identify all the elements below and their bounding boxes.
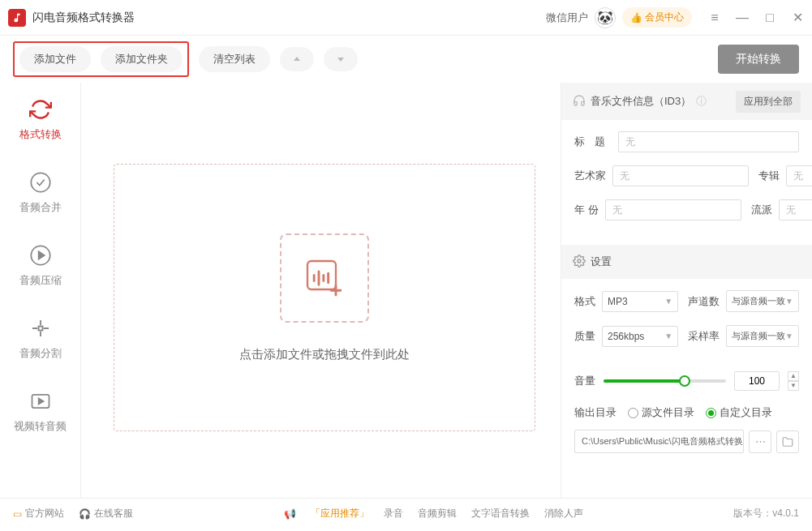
user-area: 微信用户 🐼 👍 会员中心 [546,7,692,28]
settings-header: 设置 [561,245,812,279]
album-label: 专辑 [758,169,780,183]
chevron-down-icon: ▼ [785,332,793,340]
sidebar-item-format-convert[interactable]: 格式转换 [0,83,80,156]
video-icon [28,388,54,414]
step-up-icon[interactable]: ▲ [788,371,799,381]
volume-stepper[interactable]: ▲▼ [788,371,799,391]
version-label: 版本号：v4.0.1 [733,507,799,520]
headphones-icon [573,94,586,109]
album-field[interactable] [786,165,812,186]
chevron-down-icon: ▼ [664,297,672,306]
volume-row: 音量 ▲▼ [561,371,812,391]
chevron-down-icon: ▼ [664,332,672,340]
samplerate-label: 采样率 [688,329,720,344]
sidebar-item-audio-split[interactable]: 音频分割 [0,302,80,375]
vip-button[interactable]: 👍 会员中心 [622,7,692,28]
output-path-field[interactable]: C:\Users\Public\Music\闪电音频格式转换器 [574,430,744,453]
user-name: 微信用户 [546,11,588,25]
sidebar-item-label: 格式转换 [19,127,62,142]
artist-label: 艺术家 [574,169,606,183]
split-icon [28,315,54,341]
drop-icon-box [280,233,369,323]
svg-rect-3 [38,327,42,331]
sidebar-item-label: 音频分割 [19,346,62,361]
settings-form: 格式 MP3▼ 声道数 与源音频一致▼ 质量 256kbps▼ 采样率 与源音频… [561,279,812,371]
refresh-icon [28,96,54,122]
sidebar-item-label: 音频合并 [19,200,62,215]
sidebar-item-label: 音频压缩 [19,273,62,288]
title-field[interactable] [618,131,799,152]
minimize-icon[interactable]: ― [736,11,749,24]
headset-icon: 🎧 [79,508,91,520]
move-up-button[interactable] [280,47,314,71]
year-field[interactable] [605,199,741,221]
info-icon[interactable]: ⓘ [696,94,707,109]
format-label: 格式 [574,294,595,309]
artist-field[interactable] [612,165,749,186]
drop-text: 点击添加文件或拖拽文件到此处 [239,347,410,362]
chevron-down-icon: ▼ [785,297,793,306]
format-select[interactable]: MP3▼ [602,291,678,312]
more-button[interactable]: ⋯ [749,430,771,453]
compress-icon [28,242,54,268]
id3-form: 标 题 艺术家 专辑 年 份 流派 [561,120,812,245]
monitor-icon: ▭ [13,508,22,520]
path-row: C:\Users\Public\Music\闪电音频格式转换器 ⋯ [561,430,812,453]
output-row: 输出目录 源文件目录 自定义目录 [561,405,812,420]
genre-field[interactable] [779,199,812,221]
footer-link-tts[interactable]: 文字语音转换 [471,507,530,520]
svg-marker-5 [38,399,43,405]
browse-folder-button[interactable] [776,430,799,453]
sidebar: 格式转换 音频合并 音频压缩 音频分割 视频转音频 [0,83,81,498]
avatar-icon[interactable]: 🐼 [595,7,616,28]
start-convert-button[interactable]: 开始转换 [718,45,799,74]
settings-title: 设置 [591,255,612,269]
quality-select[interactable]: 256kbps▼ [602,326,678,347]
channels-select[interactable]: 与源音频一致▼ [726,290,799,312]
svg-point-7 [578,259,581,263]
move-down-button[interactable] [324,47,358,71]
footer-link-vocal-remove[interactable]: 消除人声 [544,507,583,520]
sidebar-item-audio-merge[interactable]: 音频合并 [0,156,80,229]
main-area: 格式转换 音频合并 音频压缩 音频分割 视频转音频 [0,83,812,498]
official-site-link[interactable]: ▭ 官方网站 [13,507,64,520]
volume-input[interactable] [734,371,780,391]
title-label: 标 题 [574,135,610,149]
svg-point-0 [31,173,49,191]
footer-link-clip[interactable]: 音频剪辑 [418,507,457,520]
samplerate-select[interactable]: 与源音频一致▼ [726,325,799,347]
channels-label: 声道数 [688,294,720,309]
waveform-add-icon [302,255,347,301]
add-file-button[interactable]: 添加文件 [19,46,91,72]
radio-source-dir[interactable]: 源文件目录 [628,405,694,420]
volume-slider[interactable] [604,379,726,383]
megaphone-icon: 📢 [284,508,296,520]
svg-marker-2 [38,251,44,259]
slider-thumb[interactable] [679,375,690,387]
quality-label: 质量 [574,329,595,344]
support-link[interactable]: 🎧 在线客服 [79,507,133,520]
close-icon[interactable]: ✕ [791,11,804,24]
footer: ▭ 官方网站 🎧 在线客服 📢 「应用推荐」 录音 音频剪辑 文字语音转换 消除… [0,498,812,529]
maximize-icon[interactable]: □ [763,11,776,24]
id3-header: 音乐文件信息（ID3） ⓘ 应用到全部 [561,83,812,120]
center-panel: 点击添加文件或拖拽文件到此处 [81,83,561,498]
clear-list-button[interactable]: 清空列表 [199,46,270,72]
radio-custom-dir[interactable]: 自定义目录 [706,405,772,420]
volume-label: 音量 [574,374,595,388]
apply-all-button[interactable]: 应用到全部 [736,91,801,113]
step-down-icon[interactable]: ▼ [788,381,799,391]
id3-title: 音乐文件信息（ID3） [591,94,691,109]
sidebar-item-audio-compress[interactable]: 音频压缩 [0,229,80,302]
highlight-annotation: 添加文件 添加文件夹 [13,41,189,77]
footer-link-record[interactable]: 录音 [384,507,403,520]
titlebar: 闪电音频格式转换器 微信用户 🐼 👍 会员中心 ≡ ― □ ✕ [0,0,812,36]
sidebar-item-video-to-audio[interactable]: 视频转音频 [0,375,80,447]
toolbar: 添加文件 添加文件夹 清空列表 开始转换 [0,36,812,83]
drop-zone[interactable]: 点击添加文件或拖拽文件到此处 [114,164,535,431]
sidebar-item-label: 视频转音频 [14,419,67,434]
year-label: 年 份 [574,203,599,217]
add-folder-button[interactable]: 添加文件夹 [101,46,183,72]
menu-icon[interactable]: ≡ [708,11,721,24]
svg-rect-6 [307,261,336,289]
